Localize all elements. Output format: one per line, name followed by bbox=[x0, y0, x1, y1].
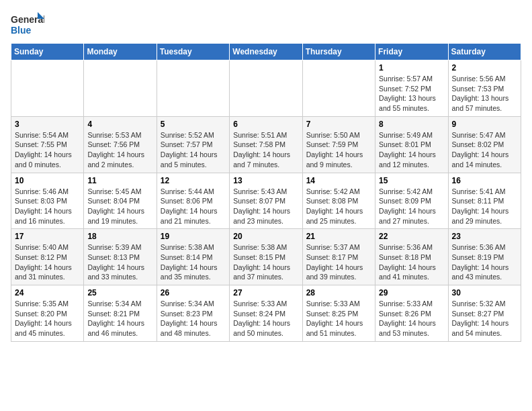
day-number: 19 bbox=[161, 232, 226, 241]
calendar-cell: 23Sunrise: 5:36 AMSunset: 8:19 PMDayligh… bbox=[448, 229, 521, 285]
calendar-cell: 15Sunrise: 5:42 AMSunset: 8:09 PMDayligh… bbox=[375, 173, 448, 229]
logo-svg: GeneralBlue bbox=[11, 11, 44, 38]
calendar-cell: 14Sunrise: 5:42 AMSunset: 8:08 PMDayligh… bbox=[302, 173, 375, 229]
day-number: 29 bbox=[379, 288, 444, 298]
day-number: 11 bbox=[87, 176, 152, 185]
day-number: 25 bbox=[87, 288, 152, 298]
day-info: Sunrise: 5:42 AMSunset: 8:09 PMDaylight:… bbox=[379, 187, 444, 226]
day-info: Sunrise: 5:53 AMSunset: 7:56 PMDaylight:… bbox=[87, 130, 152, 170]
day-number: 21 bbox=[306, 232, 371, 241]
calendar-cell: 22Sunrise: 5:36 AMSunset: 8:18 PMDayligh… bbox=[375, 229, 448, 285]
svg-text:Blue: Blue bbox=[11, 25, 32, 36]
calendar-cell: 1Sunrise: 5:57 AMSunset: 7:52 PMDaylight… bbox=[375, 60, 448, 117]
calendar-cell: 30Sunrise: 5:32 AMSunset: 8:27 PMDayligh… bbox=[448, 285, 521, 342]
day-info: Sunrise: 5:43 AMSunset: 8:07 PMDaylight:… bbox=[233, 187, 298, 226]
day-number: 13 bbox=[233, 176, 298, 185]
day-info: Sunrise: 5:45 AMSunset: 8:04 PMDaylight:… bbox=[87, 187, 152, 226]
day-number: 5 bbox=[161, 120, 226, 129]
day-info: Sunrise: 5:34 AMSunset: 8:21 PMDaylight:… bbox=[87, 299, 152, 338]
day-info: Sunrise: 5:38 AMSunset: 8:15 PMDaylight:… bbox=[233, 242, 298, 282]
calendar-cell: 11Sunrise: 5:45 AMSunset: 8:04 PMDayligh… bbox=[84, 173, 157, 229]
day-info: Sunrise: 5:52 AMSunset: 7:57 PMDaylight:… bbox=[161, 130, 226, 170]
day-number: 23 bbox=[452, 232, 517, 241]
calendar-cell: 12Sunrise: 5:44 AMSunset: 8:06 PMDayligh… bbox=[157, 173, 229, 229]
day-info: Sunrise: 5:40 AMSunset: 8:12 PMDaylight:… bbox=[15, 242, 80, 282]
calendar-cell bbox=[84, 60, 157, 117]
day-number: 3 bbox=[15, 120, 80, 129]
day-info: Sunrise: 5:54 AMSunset: 7:55 PMDaylight:… bbox=[15, 130, 80, 170]
day-info: Sunrise: 5:50 AMSunset: 7:59 PMDaylight:… bbox=[306, 130, 371, 170]
day-number: 6 bbox=[233, 120, 298, 129]
day-info: Sunrise: 5:49 AMSunset: 8:01 PMDaylight:… bbox=[379, 130, 444, 170]
day-info: Sunrise: 5:36 AMSunset: 8:19 PMDaylight:… bbox=[452, 242, 517, 282]
calendar-cell: 29Sunrise: 5:33 AMSunset: 8:26 PMDayligh… bbox=[375, 285, 448, 342]
page-header: GeneralBlue bbox=[11, 11, 521, 38]
day-info: Sunrise: 5:47 AMSunset: 8:02 PMDaylight:… bbox=[452, 130, 517, 170]
weekday-header: Wednesday bbox=[230, 44, 302, 60]
calendar-cell: 16Sunrise: 5:41 AMSunset: 8:11 PMDayligh… bbox=[448, 173, 521, 229]
day-number: 9 bbox=[452, 120, 517, 129]
calendar-cell: 18Sunrise: 5:39 AMSunset: 8:13 PMDayligh… bbox=[84, 229, 157, 285]
day-number: 1 bbox=[379, 63, 444, 73]
day-info: Sunrise: 5:36 AMSunset: 8:18 PMDaylight:… bbox=[379, 242, 444, 282]
day-number: 27 bbox=[233, 288, 298, 298]
day-number: 22 bbox=[379, 232, 444, 241]
calendar-table: SundayMondayTuesdayWednesdayThursdayFrid… bbox=[11, 43, 521, 342]
calendar-cell: 5Sunrise: 5:52 AMSunset: 7:57 PMDaylight… bbox=[157, 116, 229, 173]
weekday-header: Friday bbox=[375, 44, 448, 60]
day-info: Sunrise: 5:37 AMSunset: 8:17 PMDaylight:… bbox=[306, 242, 371, 282]
logo: GeneralBlue bbox=[11, 11, 44, 38]
day-info: Sunrise: 5:44 AMSunset: 8:06 PMDaylight:… bbox=[161, 187, 226, 226]
calendar-cell: 13Sunrise: 5:43 AMSunset: 8:07 PMDayligh… bbox=[230, 173, 302, 229]
day-info: Sunrise: 5:38 AMSunset: 8:14 PMDaylight:… bbox=[161, 242, 226, 282]
calendar-header: SundayMondayTuesdayWednesdayThursdayFrid… bbox=[11, 44, 521, 60]
day-number: 14 bbox=[306, 176, 371, 185]
weekday-header: Saturday bbox=[448, 44, 521, 60]
day-info: Sunrise: 5:33 AMSunset: 8:25 PMDaylight:… bbox=[306, 299, 371, 338]
weekday-header: Thursday bbox=[302, 44, 375, 60]
calendar-cell bbox=[11, 60, 84, 117]
weekday-header: Sunday bbox=[11, 44, 84, 60]
calendar-cell: 10Sunrise: 5:46 AMSunset: 8:03 PMDayligh… bbox=[11, 173, 84, 229]
day-number: 16 bbox=[452, 176, 517, 185]
calendar-cell bbox=[230, 60, 302, 117]
day-info: Sunrise: 5:35 AMSunset: 8:20 PMDaylight:… bbox=[15, 299, 80, 338]
day-number: 30 bbox=[452, 288, 517, 298]
calendar-cell: 21Sunrise: 5:37 AMSunset: 8:17 PMDayligh… bbox=[302, 229, 375, 285]
day-info: Sunrise: 5:34 AMSunset: 8:23 PMDaylight:… bbox=[161, 299, 226, 338]
weekday-header: Tuesday bbox=[157, 44, 229, 60]
calendar-cell: 7Sunrise: 5:50 AMSunset: 7:59 PMDaylight… bbox=[302, 116, 375, 173]
day-number: 24 bbox=[15, 288, 80, 298]
day-number: 20 bbox=[233, 232, 298, 241]
day-number: 2 bbox=[452, 63, 517, 73]
calendar-cell: 20Sunrise: 5:38 AMSunset: 8:15 PMDayligh… bbox=[230, 229, 302, 285]
day-info: Sunrise: 5:33 AMSunset: 8:24 PMDaylight:… bbox=[233, 299, 298, 338]
calendar-cell: 26Sunrise: 5:34 AMSunset: 8:23 PMDayligh… bbox=[157, 285, 229, 342]
calendar-cell: 8Sunrise: 5:49 AMSunset: 8:01 PMDaylight… bbox=[375, 116, 448, 173]
day-info: Sunrise: 5:51 AMSunset: 7:58 PMDaylight:… bbox=[233, 130, 298, 170]
calendar-cell: 17Sunrise: 5:40 AMSunset: 8:12 PMDayligh… bbox=[11, 229, 84, 285]
calendar-cell: 6Sunrise: 5:51 AMSunset: 7:58 PMDaylight… bbox=[230, 116, 302, 173]
calendar-cell: 9Sunrise: 5:47 AMSunset: 8:02 PMDaylight… bbox=[448, 116, 521, 173]
day-info: Sunrise: 5:42 AMSunset: 8:08 PMDaylight:… bbox=[306, 187, 371, 226]
day-number: 18 bbox=[87, 232, 152, 241]
day-info: Sunrise: 5:56 AMSunset: 7:53 PMDaylight:… bbox=[452, 74, 517, 113]
day-info: Sunrise: 5:57 AMSunset: 7:52 PMDaylight:… bbox=[379, 74, 444, 113]
calendar-cell: 24Sunrise: 5:35 AMSunset: 8:20 PMDayligh… bbox=[11, 285, 84, 342]
day-info: Sunrise: 5:32 AMSunset: 8:27 PMDaylight:… bbox=[452, 299, 517, 338]
day-info: Sunrise: 5:41 AMSunset: 8:11 PMDaylight:… bbox=[452, 187, 517, 226]
day-number: 17 bbox=[15, 232, 80, 241]
weekday-header: Monday bbox=[84, 44, 157, 60]
day-number: 12 bbox=[161, 176, 226, 185]
day-number: 4 bbox=[87, 120, 152, 129]
calendar-cell: 27Sunrise: 5:33 AMSunset: 8:24 PMDayligh… bbox=[230, 285, 302, 342]
calendar-cell: 25Sunrise: 5:34 AMSunset: 8:21 PMDayligh… bbox=[84, 285, 157, 342]
calendar-cell: 19Sunrise: 5:38 AMSunset: 8:14 PMDayligh… bbox=[157, 229, 229, 285]
day-info: Sunrise: 5:46 AMSunset: 8:03 PMDaylight:… bbox=[15, 187, 80, 226]
day-info: Sunrise: 5:39 AMSunset: 8:13 PMDaylight:… bbox=[87, 242, 152, 282]
calendar-cell: 28Sunrise: 5:33 AMSunset: 8:25 PMDayligh… bbox=[302, 285, 375, 342]
calendar-cell: 4Sunrise: 5:53 AMSunset: 7:56 PMDaylight… bbox=[84, 116, 157, 173]
day-number: 26 bbox=[161, 288, 226, 298]
day-number: 8 bbox=[379, 120, 444, 129]
calendar-cell: 3Sunrise: 5:54 AMSunset: 7:55 PMDaylight… bbox=[11, 116, 84, 173]
